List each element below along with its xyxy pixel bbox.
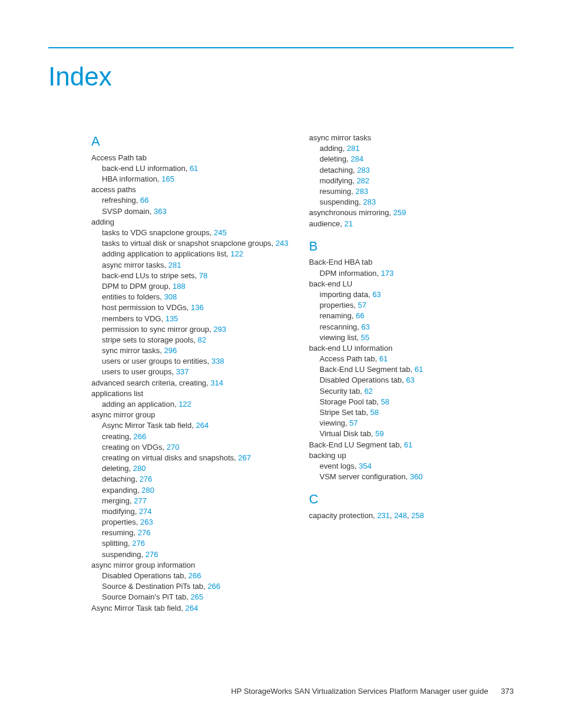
index-page-link[interactable]: 55 bbox=[361, 333, 369, 342]
index-page-link[interactable]: 270 bbox=[167, 443, 180, 452]
index-entry-text: refreshing bbox=[102, 196, 136, 205]
index-page-link[interactable]: 188 bbox=[173, 282, 186, 291]
index-page-link[interactable]: 283 bbox=[355, 187, 368, 196]
index-page-link[interactable]: 245 bbox=[214, 228, 227, 237]
index-page-link[interactable]: 57 bbox=[358, 301, 366, 309]
index-page-link[interactable]: 266 bbox=[189, 571, 201, 580]
index-page-link[interactable]: 280 bbox=[133, 464, 146, 473]
index-page-link[interactable]: 314 bbox=[210, 378, 223, 387]
index-page-link[interactable]: 61 bbox=[415, 365, 423, 374]
footer-page-number: 373 bbox=[501, 687, 514, 696]
index-entry-text: adding application to applications list bbox=[102, 249, 226, 258]
index-entry-text: DPM information bbox=[320, 269, 377, 278]
index-page-link[interactable]: 135 bbox=[166, 314, 178, 323]
index-page-link[interactable]: 21 bbox=[345, 219, 353, 228]
index-page-link[interactable]: 58 bbox=[381, 397, 389, 406]
index-page-link[interactable]: 360 bbox=[410, 472, 423, 481]
index-page-link[interactable]: 354 bbox=[359, 462, 372, 470]
index-page-link[interactable]: 61 bbox=[190, 164, 198, 173]
index-page-link[interactable]: 283 bbox=[357, 166, 370, 174]
index-entry-text: event logs bbox=[320, 462, 355, 470]
index-entry-text: importing data bbox=[320, 290, 368, 299]
index-entry-text: back-end LUs to stripe sets bbox=[102, 271, 195, 280]
index-entry: adding an application, 122 bbox=[102, 399, 296, 410]
index-page-link[interactable]: 78 bbox=[199, 271, 207, 280]
index-page-link[interactable]: 263 bbox=[140, 518, 153, 526]
index-page-link[interactable]: 58 bbox=[371, 408, 379, 417]
index-page-link[interactable]: 173 bbox=[381, 269, 394, 278]
index-entry: tasks to VDG snapclone groups, 245 bbox=[102, 228, 296, 238]
index-page-link[interactable]: 266 bbox=[133, 432, 146, 441]
index-entry-text: DPM to DPM group bbox=[102, 282, 168, 291]
index-page-link[interactable]: 338 bbox=[211, 357, 224, 365]
index-page-link[interactable]: 165 bbox=[161, 174, 174, 183]
index-page-link[interactable]: 66 bbox=[356, 311, 364, 320]
index-entry-text: Source Domain's PiT tab bbox=[102, 592, 186, 601]
index-page-link[interactable]: 248 bbox=[394, 511, 407, 520]
index-entry-text: tasks to VDG snapclone groups bbox=[102, 228, 210, 237]
index-entry: expanding, 280 bbox=[102, 485, 296, 496]
index-page-link[interactable]: 363 bbox=[154, 207, 167, 216]
index-page-link[interactable]: 308 bbox=[164, 292, 177, 301]
index-page-link[interactable]: 276 bbox=[146, 550, 158, 559]
index-page-link[interactable]: 281 bbox=[168, 261, 181, 269]
index-page-link[interactable]: 280 bbox=[141, 486, 154, 495]
index-entry-text: access paths bbox=[91, 185, 136, 194]
index-entry-text: adding an application bbox=[102, 400, 174, 409]
index-page-link[interactable]: 264 bbox=[185, 604, 198, 612]
index-entry-text: asynchronous mirroring bbox=[309, 208, 389, 217]
index-entry: Back-End LU Segment tab, 61 bbox=[320, 364, 514, 375]
index-column-left: AAccess Path tabback-end LU information,… bbox=[91, 133, 296, 614]
index-page-link[interactable]: 63 bbox=[406, 375, 414, 384]
index-letter: A bbox=[91, 133, 296, 150]
index-page-link[interactable]: 122 bbox=[230, 249, 243, 258]
index-page-link[interactable]: 277 bbox=[134, 496, 147, 505]
index-page-link[interactable]: 276 bbox=[132, 539, 145, 548]
index-entry-text: Access Path tab bbox=[91, 153, 147, 162]
index-page-link[interactable]: 293 bbox=[213, 325, 226, 334]
index-page-link[interactable]: 296 bbox=[164, 346, 177, 355]
index-page-link[interactable]: 82 bbox=[198, 335, 206, 344]
index-entry: permission to sync mirror group, 293 bbox=[102, 324, 296, 335]
index-entry: Disabled Operations tab, 266 bbox=[102, 571, 296, 581]
index-page-link[interactable]: 243 bbox=[276, 239, 289, 248]
index-page-link[interactable]: 59 bbox=[375, 429, 384, 438]
index-page-link[interactable]: 266 bbox=[207, 582, 220, 591]
index-page-link[interactable]: 259 bbox=[394, 208, 406, 217]
index-entry: Disabled Operations tab, 63 bbox=[320, 375, 514, 386]
index-page-link[interactable]: 231 bbox=[377, 511, 390, 520]
index-page-link[interactable]: 136 bbox=[191, 303, 204, 312]
index-page-link[interactable]: 276 bbox=[138, 528, 151, 537]
index-page-link[interactable]: 61 bbox=[379, 354, 388, 363]
index-page-link[interactable]: 258 bbox=[411, 511, 424, 520]
index-page-link[interactable]: 274 bbox=[139, 507, 152, 516]
index-page-link[interactable]: 284 bbox=[351, 154, 363, 163]
index-entry: stripe sets to storage pools, 82 bbox=[102, 335, 296, 345]
index-page-link[interactable]: 281 bbox=[347, 144, 360, 153]
index-entry-text: Source & Destination PiTs tab bbox=[102, 582, 203, 591]
index-entry: advanced search criteria, creating, 314 bbox=[91, 378, 296, 388]
index-page-link[interactable]: 337 bbox=[176, 367, 189, 376]
index-page-link[interactable]: 265 bbox=[190, 592, 203, 601]
index-page-link[interactable]: 57 bbox=[349, 419, 358, 427]
index-entry: Source & Destination PiTs tab, 266 bbox=[102, 581, 296, 592]
index-page-link[interactable]: 66 bbox=[140, 196, 148, 205]
index-page-link[interactable]: 276 bbox=[140, 475, 153, 483]
index-page-link[interactable]: 283 bbox=[363, 197, 376, 206]
index-page-link[interactable]: 63 bbox=[361, 322, 369, 331]
index-entry-text: audience bbox=[309, 219, 340, 228]
index-page-link[interactable]: 264 bbox=[196, 421, 209, 430]
index-entry: SVSP domain, 363 bbox=[102, 206, 296, 217]
index-entry-text: applications list bbox=[91, 389, 143, 398]
index-entry-text: SVSP domain bbox=[102, 207, 150, 216]
index-entry: DPM to DPM group, 188 bbox=[102, 281, 296, 292]
index-entry-text: Disabled Operations tab bbox=[102, 571, 184, 580]
index-page-link[interactable]: 267 bbox=[238, 453, 251, 462]
index-page-link[interactable]: 62 bbox=[364, 387, 372, 396]
index-page-link[interactable]: 61 bbox=[404, 440, 412, 449]
index-page-link[interactable]: 282 bbox=[356, 176, 369, 185]
index-entry: modifying, 282 bbox=[320, 176, 514, 186]
index-page-link[interactable]: 63 bbox=[372, 290, 381, 299]
index-page-link[interactable]: 122 bbox=[178, 400, 191, 409]
index-entry: properties, 57 bbox=[320, 300, 514, 311]
